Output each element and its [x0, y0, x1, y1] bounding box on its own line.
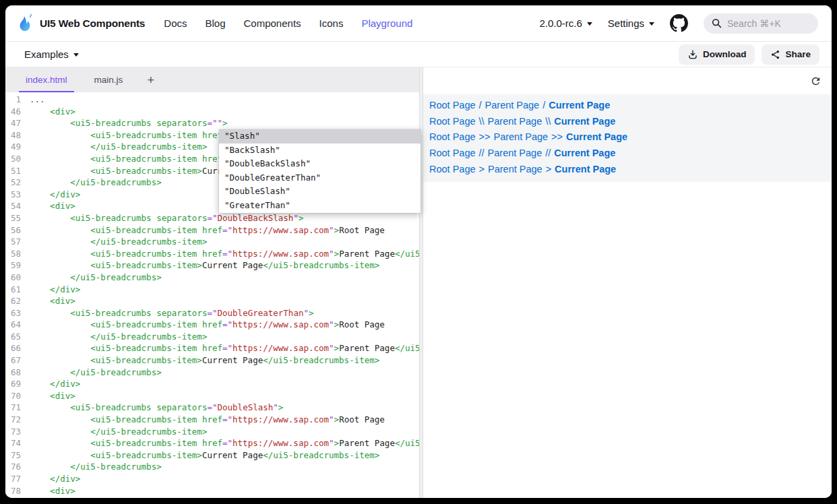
code-token: <ui5-breadcrumbs-item: [90, 319, 197, 329]
line-number: 47: [5, 117, 30, 129]
settings-label: Settings: [608, 18, 644, 29]
code-token: https://www.sap.com: [232, 438, 329, 448]
nav-item-playground[interactable]: Playground: [361, 18, 412, 29]
line-number: 51: [5, 165, 30, 177]
code-token: [30, 201, 50, 211]
code-text: <div>: [30, 485, 419, 497]
code-line[interactable]: 55 <ui5-breadcrumbs separators="DoubleBa…: [5, 212, 419, 224]
breadcrumb-link[interactable]: Root Page: [429, 148, 476, 158]
line-number: 54: [5, 200, 30, 212]
code-line[interactable]: 61 </div>: [5, 284, 419, 296]
github-link[interactable]: [670, 14, 688, 32]
code-text: </ui5-breadcrumbs-item>: [30, 426, 419, 438]
code-line[interactable]: 58 <ui5-breadcrumbs-item href="https://w…: [5, 248, 419, 260]
chevron-down-icon: [73, 53, 79, 57]
code-line[interactable]: 75 <ui5-breadcrumbs-item>Current Page</u…: [5, 449, 419, 462]
code-token: separators: [156, 213, 207, 223]
line-number: 69: [5, 378, 30, 390]
breadcrumb-link[interactable]: Root Page: [429, 116, 476, 127]
autocomplete-option[interactable]: "DoubleSlash": [219, 185, 421, 199]
code-token: <div>: [50, 486, 75, 496]
settings-menu[interactable]: Settings: [608, 18, 654, 29]
examples-label: Examples: [24, 49, 69, 60]
code-line[interactable]: 72 <ui5-breadcrumbs-item href="https://w…: [5, 414, 419, 426]
code-line[interactable]: 59 <ui5-breadcrumbs-item>Current Page</u…: [5, 259, 419, 272]
autocomplete-option[interactable]: "DoubleBackSlash": [219, 157, 421, 171]
code-token: <ui5-breadcrumbs-item: [90, 249, 197, 259]
code-line[interactable]: 62 <div>: [5, 295, 419, 307]
code-token: <ui5-breadcrumbs-item: [90, 343, 197, 353]
nav-item-icons[interactable]: Icons: [319, 18, 344, 29]
code-line[interactable]: 64 <ui5-breadcrumbs-item href="https://w…: [5, 319, 419, 331]
code-token: [197, 438, 202, 448]
code-token: <ui5-breadcrumbs-item: [90, 225, 197, 235]
breadcrumb-link[interactable]: Root Page: [429, 164, 476, 175]
breadcrumb-link[interactable]: Root Page: [429, 100, 476, 111]
examples-menu[interactable]: Examples: [24, 49, 79, 60]
breadcrumb-link[interactable]: Root Page: [429, 131, 476, 142]
share-button[interactable]: Share: [762, 44, 819, 65]
code-line[interactable]: 77 </div>: [5, 473, 419, 485]
autocomplete-option[interactable]: "DoubleGreaterThan": [219, 171, 421, 185]
autocomplete-option[interactable]: "GreaterThan": [219, 199, 421, 213]
code-line[interactable]: 1...: [5, 94, 419, 106]
add-tab-button[interactable]: +: [143, 67, 158, 92]
code-token: href: [202, 319, 222, 329]
code-token: </ui5-breadcrumbs>: [70, 177, 161, 187]
nav-item-components[interactable]: Components: [244, 18, 301, 29]
version-selector[interactable]: 2.0.0-rc.6: [539, 18, 592, 29]
code-token: <ui5-breadcrumbs-item: [90, 438, 197, 448]
code-line[interactable]: 66 <ui5-breadcrumbs-item href="https://w…: [5, 342, 419, 354]
code-line[interactable]: 60 </ui5-breadcrumbs>: [5, 272, 419, 284]
code-token: </ui5-breadcrumbs-item>: [263, 355, 379, 365]
search-input[interactable]: Search ⌘+K: [704, 13, 818, 34]
code-token: </ui5-breadcrumbs>: [70, 462, 161, 472]
line-number: 68: [5, 367, 30, 379]
code-token: https://www.sap.com: [232, 319, 329, 329]
brand-title: UI5 Web Components: [40, 18, 145, 30]
code-line[interactable]: 78 <div>: [5, 485, 419, 497]
code-line[interactable]: 67 <ui5-breadcrumbs-item>Current Page</u…: [5, 354, 419, 367]
code-line[interactable]: 65 </ui5-breadcrumbs-item>: [5, 331, 419, 343]
download-button[interactable]: Download: [679, 44, 755, 65]
code-token: =: [207, 118, 212, 128]
breadcrumb-link[interactable]: Parent Page: [488, 148, 542, 158]
code-line[interactable]: 74 <ui5-breadcrumbs-item href="https://w…: [5, 437, 419, 449]
breadcrumb-link[interactable]: Parent Page: [493, 131, 548, 142]
code-token: [30, 308, 70, 318]
nav-item-docs[interactable]: Docs: [164, 18, 187, 29]
line-number: 61: [5, 284, 30, 296]
code-line[interactable]: 73 </ui5-breadcrumbs-item>: [5, 426, 419, 438]
code-line[interactable]: 71 <ui5-breadcrumbs separators="DoubleSl…: [5, 402, 419, 414]
nav-item-blog[interactable]: Blog: [205, 18, 225, 29]
code-line[interactable]: 68 </ui5-breadcrumbs>: [5, 367, 419, 379]
code-token: ": [228, 249, 233, 259]
code-token: </div>: [50, 474, 80, 484]
breadcrumb-link[interactable]: Parent Page: [485, 100, 540, 111]
code-line[interactable]: 46 <div>: [5, 106, 419, 118]
tab-index-html[interactable]: index.html: [19, 67, 74, 92]
code-token: ": [212, 308, 218, 318]
code-line[interactable]: 63 <ui5-breadcrumbs separators="DoubleGr…: [5, 307, 419, 319]
breadcrumb-link[interactable]: Parent Page: [488, 116, 542, 127]
autocomplete-option[interactable]: "BackSlash": [219, 144, 421, 158]
code-token: [197, 343, 202, 353]
breadcrumb-link[interactable]: Parent Page: [488, 164, 542, 175]
code-token: [197, 130, 202, 140]
code-line[interactable]: 76 </ui5-breadcrumbs>: [5, 461, 419, 473]
breadcrumb-separator: >: [476, 164, 488, 175]
code-line[interactable]: 70 <div>: [5, 390, 419, 402]
code-line[interactable]: 69 </div>: [5, 378, 419, 390]
code-line[interactable]: 56 <ui5-breadcrumbs-item href="https://w…: [5, 224, 419, 237]
search-placeholder: Search ⌘+K: [727, 18, 781, 29]
code-token: >: [278, 402, 284, 412]
code-text: <ui5-breadcrumbs-item>Current Page</ui5-…: [30, 449, 419, 462]
autocomplete-option[interactable]: "Slash": [219, 129, 421, 144]
breadcrumb-separator: \\: [542, 116, 554, 127]
brand[interactable]: UI5 Web Components: [16, 13, 145, 34]
tab-main-js[interactable]: main.js: [88, 67, 130, 92]
code-line[interactable]: 57 </ui5-breadcrumbs-item>: [5, 236, 419, 248]
code-token: </div>: [50, 284, 80, 294]
refresh-button[interactable]: [809, 74, 823, 88]
code-line[interactable]: 47 <ui5-breadcrumbs separators="">: [5, 117, 419, 129]
